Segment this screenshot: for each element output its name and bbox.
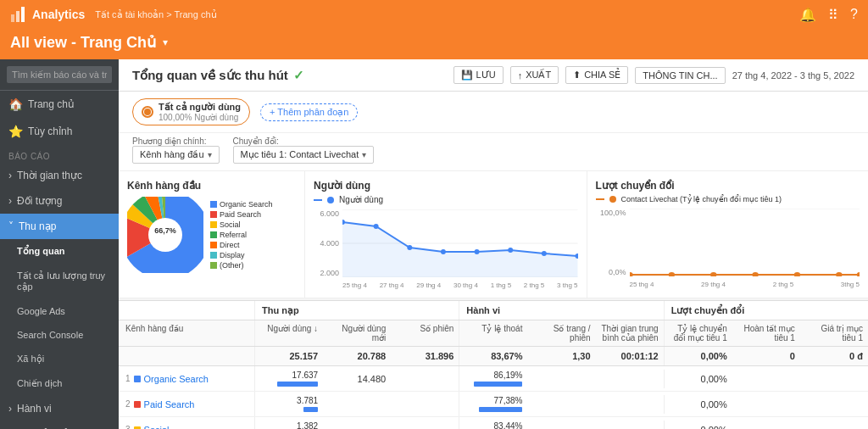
grid-icon[interactable]: ⠿ <box>828 7 838 23</box>
col-new-users[interactable]: Người dùng mới <box>323 320 391 346</box>
conversion-select[interactable]: Mục tiêu 1: Contact Livechat ▾ <box>233 146 375 164</box>
primary-dim-select[interactable]: Kênh hàng đầu ▾ <box>132 146 220 164</box>
col-sessions[interactable]: Số phiên <box>391 320 459 346</box>
legend-label-display: Display <box>220 251 245 259</box>
pie-chart-title: Kênh hàng đầu <box>127 180 296 192</box>
page-title: Tổng quan về sức thu hút ✓ <box>132 68 304 83</box>
legend-color-display <box>210 252 217 259</box>
sidebar-item-audience[interactable]: › Đối tượng <box>0 188 119 214</box>
svg-point-30 <box>836 272 842 276</box>
summary-time: 00:01:12 <box>596 347 664 365</box>
analytics-icon <box>10 6 27 23</box>
col-conv-rate[interactable]: Tỷ lệ chuyển đổi mục tiêu 1 <box>665 320 732 346</box>
conv-y-label-1: 100,0% <box>596 209 626 217</box>
conv-legend-label: Contact Livechat (Tỷ lệ chuyển đổi mục t… <box>621 195 782 203</box>
bell-icon[interactable]: 🔔 <box>799 7 816 23</box>
line-chart-container: 6.000 4.000 2.000 <box>314 209 578 289</box>
table-section-headers: Thu nạp Hành vi Lượt chuyển đổi <box>119 300 868 320</box>
charts-row: Kênh hàng đầu <box>119 171 868 298</box>
x-label-0: 25 thg 4 <box>342 281 367 289</box>
filter-group-primary: Phương diện chính: Kênh hàng đầu ▾ <box>132 136 220 164</box>
channel-link-2[interactable]: Social <box>144 425 170 430</box>
export-button[interactable]: ↑ XUẤT <box>510 66 559 84</box>
col-channel[interactable]: Kênh hàng đầu <box>119 320 254 346</box>
svg-rect-2 <box>21 7 25 22</box>
line-legend-color <box>314 199 322 201</box>
acquisition-cols: Người dùng ↓ Người dùng mới Số phiên <box>254 320 459 346</box>
table-acquisition-header: Thu nạp <box>254 301 459 320</box>
chevron-right-icon-2: › <box>8 195 12 207</box>
line-y-axis: 6.000 4.000 2.000 <box>314 209 339 277</box>
col-bounce[interactable]: Tỷ lệ thoát <box>459 320 527 346</box>
info-button[interactable]: THÔNG TIN CH... <box>635 67 725 84</box>
chevron-right-icon: › <box>8 170 12 181</box>
behavior-cols: Tỷ lệ thoát Số trang / phiên Thời gian t… <box>459 320 663 346</box>
table-row: 2 Paid Search 3.781 77,38% 0,00% <box>119 392 868 417</box>
sidebar-item-home[interactable]: 🏠 Trang chủ <box>0 91 119 118</box>
col-users[interactable]: Người dùng ↓ <box>255 320 323 346</box>
conv-x-labels: 25 thg 4 29 thg 4 2 thg 5 3thg 5 <box>630 281 860 288</box>
sidebar-item-google-ads[interactable]: Google Ads <box>0 299 119 323</box>
row-behavior-1: 77,38% <box>459 392 663 416</box>
svg-text:66,7%: 66,7% <box>154 226 176 235</box>
sidebar-label-campaigns: Chiến dịch <box>17 378 62 389</box>
view-dropdown[interactable]: ▾ <box>163 36 168 48</box>
sidebar-item-campaigns[interactable]: Chiến dịch <box>0 371 119 396</box>
pie-chart-svg: 66,7% <box>127 197 203 273</box>
row-channel-cell-0: 1 Organic Search <box>119 370 254 388</box>
sidebar-item-behavior[interactable]: › Hành vi <box>0 396 119 421</box>
sidebar-label-acquisition: Thu nạp <box>19 220 56 232</box>
legend-organic: Organic Search <box>210 200 273 209</box>
legend-color-paid <box>210 211 217 218</box>
sidebar-item-social[interactable]: Xã hội <box>0 347 119 371</box>
sidebar-label-audience: Đối tượng <box>17 195 62 207</box>
sidebar-item-overview[interactable]: Tổng quan <box>0 239 119 264</box>
svg-rect-1 <box>16 11 19 22</box>
svg-point-29 <box>793 272 799 276</box>
breadcrumb: Tất cả tài khoản > Trang chủ <box>95 9 799 20</box>
summary-conversion: 0,00% 0 0 đ <box>664 347 868 365</box>
add-segment-button[interactable]: + Thêm phân đoạn <box>260 103 358 121</box>
primary-dim-arrow: ▾ <box>208 150 212 159</box>
line-x-labels: 25 thg 4 27 thg 4 29 thg 4 30 thg 4 1 th… <box>342 281 578 289</box>
sidebar-item-realtime[interactable]: › Thời gian thực <box>0 163 119 188</box>
x-label-4: 1 thg 5 <box>491 281 511 289</box>
legend-color-direct <box>210 242 217 248</box>
legend-color-other <box>210 262 217 269</box>
col-pages[interactable]: Số trang / phiên <box>527 320 595 346</box>
verified-icon: ✓ <box>293 68 304 83</box>
segment-indicator <box>142 106 153 118</box>
view-title: All view - Trang Chủ <box>10 33 156 52</box>
conv-chart-panel: Lượt chuyển đổi Contact Livechat (Tỷ lệ … <box>587 171 869 298</box>
channel-link-0[interactable]: Organic Search <box>144 374 209 384</box>
sidebar-item-conversions[interactable]: › Chuyển đổi <box>0 421 119 429</box>
section-title-acquisition: Thu nạp <box>262 305 299 315</box>
legend-display: Display <box>210 251 273 259</box>
help-icon[interactable]: ? <box>850 7 858 22</box>
channel-link-1[interactable]: Paid Search <box>144 399 195 410</box>
sidebar-item-search-console[interactable]: Search Console <box>0 323 119 347</box>
col-avg-time[interactable]: Thời gian trung bình của phiên <box>596 320 664 346</box>
conv-x-label-1: 29 thg 4 <box>701 281 726 288</box>
sidebar-item-all-traffic[interactable]: Tất cả lưu lượng truy cập <box>0 264 119 299</box>
share-button[interactable]: ⬆ CHIA SẺ <box>565 66 628 84</box>
title-text: Tổng quan về sức thu hút <box>132 68 288 83</box>
col-goal-val[interactable]: Giá trị mục tiêu 1 <box>800 320 868 346</box>
summary-users: 25.157 <box>255 347 323 365</box>
table-conversion-header: Lượt chuyển đổi <box>664 301 868 320</box>
sidebar-item-customize[interactable]: ⭐ Tùy chỉnh <box>0 118 119 145</box>
save-button[interactable]: 💾 LƯU <box>453 66 504 84</box>
row-behavior-2: 83,44% <box>459 417 663 429</box>
search-input[interactable] <box>7 66 112 83</box>
legend-label-social: Social <box>220 220 241 229</box>
col-goal-comp[interactable]: Hoàn tất mục tiêu 1 <box>732 320 800 346</box>
conv-chart-container: 100,0% 0,0% <box>596 209 860 288</box>
star-icon: ⭐ <box>8 125 23 138</box>
conv-legend-dot <box>609 196 616 203</box>
all-users-segment[interactable]: Tất cả người dùng 100,00% Người dùng <box>132 98 250 125</box>
sidebar-item-acquisition[interactable]: ˅ Thu nạp <box>0 214 119 239</box>
sidebar-label-behavior: Hành vi <box>17 403 52 415</box>
svg-point-27 <box>710 272 716 276</box>
conv-legend-row: Contact Livechat (Tỷ lệ chuyển đổi mục t… <box>596 195 860 203</box>
summary-row: 25.157 20.788 31.896 83,67% 1,30 00:01:1… <box>119 347 868 366</box>
